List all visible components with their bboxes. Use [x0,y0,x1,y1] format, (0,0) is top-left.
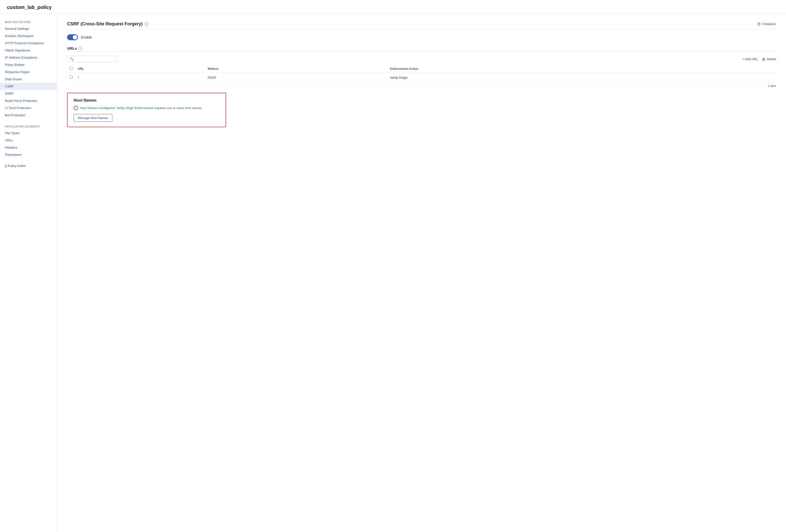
search-input[interactable] [75,57,114,61]
sidebar-item-ssrf[interactable]: SSRF [0,90,57,97]
sidebar-item-csrf[interactable]: CSRF [0,83,57,90]
manage-host-names-button[interactable]: Manage Host Names [73,114,112,122]
sidebar-item-brute-force-protection[interactable]: Brute Force Protection [0,97,57,105]
enable-toggle[interactable] [67,34,78,40]
section-title-text: CSRF (Cross-Site Request Forgery) [67,21,143,27]
row-url: * [75,73,205,82]
table-header-enforcement-action: Enforcement Action [387,65,776,73]
violations-label: Violations [762,22,776,26]
sidebar-item-file-types[interactable]: File Types [0,130,57,137]
host-names-title: Host Names [73,98,220,102]
enable-row: Enable [67,34,776,40]
item-count: 1 item [67,84,776,88]
trash-icon: 🗑 [762,57,765,61]
check-circle-icon: ✓ [73,106,78,110]
url-table: URL Method Enforcement Action * POST Ver… [67,65,776,82]
row-enforcement-action: Verify Origin [387,73,776,82]
table-actions: + Add URL 🗑 Delete [742,57,776,61]
app-elements-section-label: APPLICATION ELEMENTS [0,123,57,130]
table-header-checkbox-col [67,65,75,73]
sidebar-item-policy-editor[interactable]: {} Policy Editor [0,162,57,169]
section-title: CSRF (Cross-Site Request Forgery) i [67,21,148,27]
sidebar-item-data-guard[interactable]: Data Guard [0,75,57,83]
delete-button[interactable]: 🗑 Delete [762,57,776,61]
host-names-status: ✓ Host Names Configured. Verify Origin E… [73,106,220,110]
row-checkbox-cell [67,73,75,82]
select-all-checkbox[interactable] [70,67,73,70]
sidebar-item-urls[interactable]: URLs [0,137,57,144]
sidebar: WEB PROTECTION General Settings Evasion … [0,14,57,531]
search-box: 🔍 [67,56,117,62]
sidebar-item-ip-address-exceptions[interactable]: IP Address Exceptions [0,54,57,61]
sidebar-item-response-pages[interactable]: Response Pages [0,68,57,75]
urls-section-title: URLs i [67,46,776,50]
host-names-status-text: Host Names Configured. Verify Origin Enf… [80,106,203,110]
sidebar-item-bot-protection[interactable]: Bot Protection [0,112,57,119]
sidebar-item-evasion-techniques[interactable]: Evasion Techniques [0,32,57,40]
table-row: * POST Verify Origin [67,73,776,82]
web-protection-section-label: WEB PROTECTION [0,19,57,25]
host-names-card: Host Names ✓ Host Names Configured. Veri… [67,93,226,127]
page-header: custom_lab_policy [0,0,786,14]
sidebar-item-http-protocol-compliance[interactable]: HTTP Protocol Compliance [0,40,57,47]
sidebar-item-general-settings[interactable]: General Settings [0,25,57,32]
main-content: CSRF (Cross-Site Request Forgery) i ☰ Vi… [57,14,786,531]
urls-divider [67,51,776,52]
sidebar-item-l7-dos-protection[interactable]: L7 DoS Protection [0,105,57,112]
page-title: custom_lab_policy [7,4,52,10]
table-header-url: URL [75,65,205,73]
row-checkbox[interactable] [70,75,73,79]
table-header-method: Method [205,65,387,73]
violations-icon: ☰ [758,22,761,26]
sidebar-item-headers[interactable]: Headers [0,144,57,151]
search-icon: 🔍 [70,57,74,61]
table-toolbar: 🔍 + Add URL 🗑 Delete [67,56,776,62]
urls-info-icon[interactable]: i [78,46,82,50]
violations-link[interactable]: ☰ Violations [758,22,776,26]
enable-label: Enable [81,35,92,39]
csrf-info-icon[interactable]: i [145,22,148,26]
section-header: CSRF (Cross-Site Request Forgery) i ☰ Vi… [67,21,776,27]
add-url-button[interactable]: + Add URL [742,57,758,61]
sidebar-item-parameters[interactable]: Parameters [0,151,57,158]
sidebar-item-policy-builder[interactable]: Policy Builder [0,61,57,68]
section-divider [67,29,776,29]
row-method: POST [205,73,387,82]
sidebar-item-attack-signatures[interactable]: Attack Signatures [0,47,57,54]
